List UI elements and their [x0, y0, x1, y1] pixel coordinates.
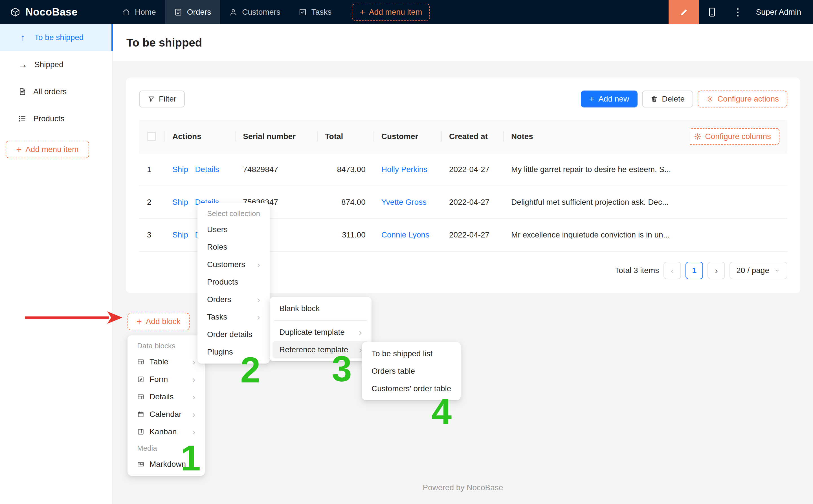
top-navbar: NocoBase Home Orders Customers Tasks + A…	[0, 0, 813, 24]
menu-item-duplicate-template[interactable]: Duplicate template›	[273, 323, 369, 341]
row-index: 3	[139, 219, 164, 251]
customer-link[interactable]: Connie Lyons	[381, 230, 429, 239]
menu-item-to-be-shipped-list[interactable]: To be shipped list	[365, 345, 458, 362]
total-cell: 311.00	[317, 219, 373, 251]
nav-item-home[interactable]: Home	[113, 0, 165, 24]
ship-link[interactable]: Ship	[172, 230, 188, 239]
details-icon	[137, 393, 144, 400]
step-annotation-3: 3	[332, 351, 352, 387]
nav-label: Tasks	[311, 8, 332, 17]
chevron-right-icon: ›	[187, 375, 195, 384]
gear-icon	[706, 95, 713, 103]
nav-label: Home	[135, 8, 156, 17]
configure-columns-button[interactable]: Configure columns	[690, 128, 779, 145]
chevron-down-icon	[774, 267, 781, 274]
orders-icon	[174, 8, 183, 16]
ship-link[interactable]: Ship	[172, 165, 188, 174]
table-icon	[137, 358, 144, 366]
menu-item-tasks[interactable]: Tasks›	[200, 308, 267, 326]
notes-cell: Delightful met sufficient projection ask…	[503, 186, 690, 219]
add-new-button[interactable]: + Add new	[581, 91, 638, 107]
col-header-actions: Actions	[164, 120, 235, 153]
tasks-icon	[298, 8, 307, 16]
sidebar-add-menu-item-button[interactable]: + Add menu item	[6, 141, 89, 158]
menu-item-reference-template[interactable]: Reference template›	[273, 341, 369, 358]
pagination-next-button[interactable]: ›	[707, 262, 725, 279]
ui-editor-button[interactable]	[669, 0, 699, 24]
pagination-prev-button[interactable]: ‹	[663, 262, 681, 279]
home-icon	[122, 8, 130, 16]
notes-cell: Mr excellence inquietude conviction is i…	[503, 219, 690, 251]
nav-item-orders[interactable]: Orders	[165, 0, 220, 24]
menu-item-blank-block[interactable]: Blank block	[273, 300, 369, 317]
col-header-serial: Serial number	[235, 120, 317, 153]
arrow-right-icon: →	[18, 60, 28, 69]
pagination-page-1[interactable]: 1	[685, 262, 703, 279]
menu-item-users[interactable]: Users	[200, 221, 267, 238]
details-link[interactable]: Details	[195, 165, 219, 174]
chevron-right-icon: ›	[187, 357, 195, 366]
menu-item-customers[interactable]: Customers›	[200, 256, 267, 273]
chevron-right-icon: ›	[187, 392, 195, 401]
customer-link[interactable]: Yvette Gross	[381, 198, 427, 206]
menu-divider	[274, 320, 367, 321]
created-cell: 2022-04-27	[441, 153, 503, 186]
menu-item-orders-table[interactable]: Orders table	[365, 362, 458, 380]
created-cell: 2022-04-27	[441, 186, 503, 219]
powered-by-footer: Powered by NocoBase	[113, 483, 813, 492]
brand[interactable]: NocoBase	[0, 6, 113, 18]
menu-title-select-collection: Select collection	[200, 206, 267, 221]
nav-item-tasks[interactable]: Tasks	[289, 0, 341, 24]
tablet-icon	[707, 7, 717, 17]
menu-item-details[interactable]: Details ›	[130, 388, 202, 406]
select-collection-menu: Select collection Users Roles Customers›…	[197, 203, 270, 364]
plus-icon: +	[16, 145, 21, 154]
filter-button[interactable]: Filter	[139, 91, 185, 107]
menu-item-calendar[interactable]: Calendar ›	[130, 406, 202, 423]
arrow-up-icon: ↑	[18, 33, 28, 42]
delete-button[interactable]: Delete	[642, 91, 693, 107]
ship-link[interactable]: Ship	[172, 198, 188, 206]
header-add-menu-item-button[interactable]: + Add menu item	[352, 4, 430, 21]
user-menu[interactable]: Super Admin	[751, 8, 813, 17]
main-nav: Home Orders Customers Tasks + Add menu i…	[113, 0, 430, 24]
header-right: ⋮ Super Admin	[669, 0, 813, 24]
list-icon	[18, 115, 27, 123]
menu-item-products[interactable]: Products	[200, 273, 267, 291]
nav-item-customers[interactable]: Customers	[220, 0, 289, 24]
menu-item-order-details[interactable]: Order details	[200, 326, 267, 343]
menu-item-roles[interactable]: Roles	[200, 238, 267, 256]
select-all-checkbox[interactable]	[147, 132, 156, 141]
chevron-right-icon: ›	[251, 295, 260, 304]
brand-name: NocoBase	[25, 6, 78, 18]
sidebar-item-all-orders[interactable]: All orders	[0, 78, 112, 105]
col-header-customer: Customer	[373, 120, 441, 153]
nocobase-logo-icon	[10, 7, 20, 17]
row-index: 1	[139, 153, 164, 186]
sidebar-item-label: Shipped	[34, 60, 63, 69]
customer-link[interactable]: Holly Perkins	[381, 165, 427, 174]
chevron-right-icon: ›	[187, 410, 195, 419]
page-size-select[interactable]: 20 / page	[729, 262, 787, 279]
sidebar-item-shipped[interactable]: → Shipped	[0, 51, 112, 78]
sidebar: ↑ To be shipped → Shipped All orders Pro…	[0, 24, 113, 504]
chevron-right-icon: ›	[251, 312, 260, 322]
plus-icon: +	[137, 317, 142, 326]
chevron-right-icon: ›	[187, 427, 195, 436]
toolbar-right: + Add new Delete Configure actions	[581, 91, 788, 107]
customers-icon	[229, 8, 238, 16]
add-block-button[interactable]: + Add block	[128, 313, 190, 330]
menu-item-table[interactable]: Table ›	[130, 353, 202, 371]
col-header-created: Created at	[441, 120, 503, 153]
sidebar-item-to-be-shipped[interactable]: ↑ To be shipped	[0, 24, 112, 51]
more-actions-button[interactable]: ⋮	[725, 0, 751, 24]
chevron-right-icon: ›	[251, 260, 260, 269]
configure-actions-button[interactable]: Configure actions	[698, 91, 787, 107]
sidebar-item-products[interactable]: Products	[0, 105, 112, 132]
menu-item-form[interactable]: Form ›	[130, 371, 202, 388]
total-cell: 8473.00	[317, 153, 373, 186]
mobile-preview-button[interactable]	[699, 0, 725, 24]
chevron-right-icon: ›	[353, 328, 362, 337]
menu-item-orders[interactable]: Orders›	[200, 291, 267, 308]
menu-section-data-blocks: Data blocks	[130, 338, 202, 353]
